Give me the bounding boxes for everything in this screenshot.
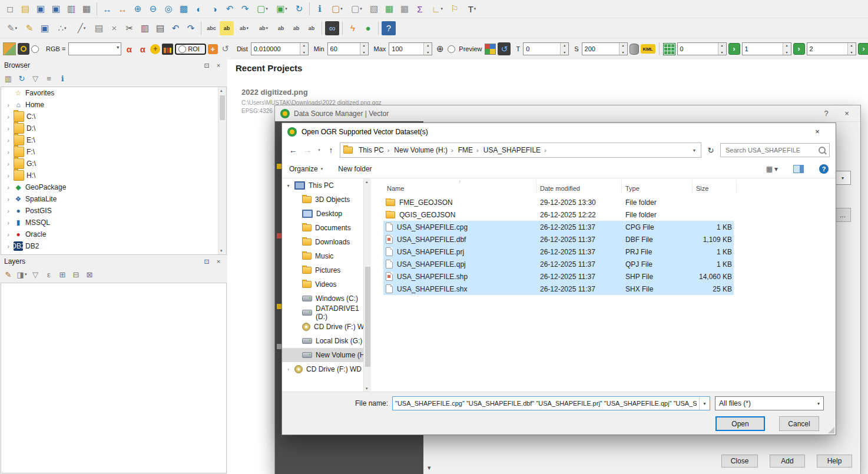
- add-roi-icon[interactable]: +: [208, 44, 218, 54]
- vertex-tool-icon[interactable]: ╱: [72, 21, 91, 35]
- expand-chevron-icon[interactable]: [5, 230, 11, 238]
- file-row[interactable]: USA_SHAPEFILE.qpj 26-12-2025 11:37 QPJ F…: [383, 258, 734, 270]
- spin-arrows-icon[interactable]: [619, 43, 627, 55]
- expand-chevron-icon[interactable]: [5, 148, 11, 156]
- new-map-view-icon[interactable]: ▢: [253, 2, 271, 16]
- alpha-circle-icon[interactable]: α: [137, 43, 148, 55]
- fd-titlebar[interactable]: Open OGR Supported Vector Dataset(s) ×: [282, 123, 836, 140]
- recent-locations-chevron-icon[interactable]: ▾: [316, 148, 322, 153]
- select-by-value-icon[interactable]: ▧: [367, 2, 381, 16]
- kml-badge-icon[interactable]: KML: [641, 44, 655, 54]
- roi-radio[interactable]: [178, 45, 186, 53]
- measure-icon[interactable]: ∟: [428, 2, 446, 16]
- globe-plugin-icon[interactable]: ●: [361, 21, 375, 35]
- collapse-all-layers-icon[interactable]: ⊟: [70, 269, 82, 280]
- band-combo[interactable]: [68, 42, 121, 55]
- expand-chevron-icon[interactable]: [5, 136, 11, 144]
- expand-chevron-icon[interactable]: [5, 183, 11, 191]
- zoom-last-icon[interactable]: ↶: [223, 2, 237, 16]
- spin-arrows-icon[interactable]: [718, 43, 726, 55]
- current-edits-icon[interactable]: ✎: [3, 21, 21, 35]
- open-project-icon[interactable]: ▤: [18, 2, 32, 16]
- t-spinbox[interactable]: 0: [523, 42, 569, 55]
- cut-features-icon[interactable]: ✂: [122, 21, 137, 35]
- browser-tree-item[interactable]: ⌂ Home: [1, 99, 226, 111]
- help-icon[interactable]: ?: [819, 164, 829, 174]
- remove-layer-icon[interactable]: ⊠: [84, 269, 95, 280]
- dsm-titlebar[interactable]: Data Source Manager | Vector ? ×: [275, 105, 860, 122]
- raster-calculator-icon[interactable]: [3, 42, 16, 55]
- browser-tree-item[interactable]: ● Oracle: [1, 228, 226, 240]
- breadcrumb-segment[interactable]: FME: [457, 146, 482, 154]
- scrollbar-thumb[interactable]: [220, 95, 225, 120]
- change-view-button[interactable]: ▦ ▾: [766, 165, 778, 173]
- scrollbar-thumb[interactable]: [365, 267, 370, 367]
- file-row[interactable]: USA_SHAPEFILE.prj 26-12-2025 11:37 PRJ F…: [383, 246, 734, 258]
- file-row[interactable]: USA_SHAPEFILE.shx 26-12-2025 11:37 SHX F…: [383, 283, 734, 295]
- modify-attributes-icon[interactable]: ▤: [92, 21, 106, 35]
- browser-tree-item[interactable]: E:\: [1, 134, 226, 146]
- save-project-icon[interactable]: ▣: [34, 2, 48, 16]
- file-row[interactable]: USA_SHAPEFILE.cpg 26-12-2025 11:37 CPG F…: [383, 221, 734, 233]
- zoom-to-selection-icon[interactable]: ◐: [192, 2, 206, 16]
- expand-chevron-icon[interactable]: [5, 207, 11, 215]
- expand-chevron-icon[interactable]: [5, 195, 11, 203]
- rgb-radio[interactable]: [31, 45, 39, 53]
- new-folder-button[interactable]: New folder: [338, 165, 372, 173]
- expand-chevron-icon[interactable]: [5, 124, 11, 132]
- up-button[interactable]: ↑: [326, 145, 336, 155]
- browser-tree-item[interactable]: D:\: [1, 122, 226, 134]
- refresh-icon[interactable]: ↻: [705, 146, 717, 155]
- zoom-full-icon[interactable]: ▩: [177, 2, 191, 16]
- sidebar-location-item[interactable]: Downloads: [282, 235, 371, 249]
- browser-tree-item[interactable]: C:\: [1, 111, 226, 122]
- s-spinbox[interactable]: 200: [582, 42, 628, 55]
- band-2-spinbox[interactable]: 1: [742, 42, 791, 55]
- max-spinbox[interactable]: 100: [389, 42, 432, 55]
- crosshair-icon[interactable]: ⊕: [434, 43, 446, 55]
- new-print-layout-icon[interactable]: ▥: [64, 2, 78, 16]
- band-1-spinbox[interactable]: 0: [677, 42, 727, 55]
- copy-features-icon[interactable]: ▥: [138, 21, 152, 35]
- open-attribute-table-icon[interactable]: ▦: [382, 2, 396, 16]
- lightning-icon[interactable]: ϟ: [346, 21, 360, 35]
- delete-selected-icon[interactable]: ×: [107, 21, 121, 35]
- address-bar[interactable]: This PCNew Volume (H:)FMEUSA_SHAPEFILE ▾: [340, 142, 701, 158]
- expand-chevron-icon[interactable]: [5, 218, 11, 227]
- browser-tree-item[interactable]: ▮ MSSQL: [1, 217, 226, 228]
- text-annotation-icon[interactable]: T: [463, 2, 481, 16]
- sidebar-location-item[interactable]: DATADRIVE1 (D:): [282, 306, 371, 320]
- digitize-icon[interactable]: ∴: [53, 21, 71, 35]
- field-calculator-icon[interactable]: ▦: [397, 2, 412, 16]
- pan-map-icon[interactable]: ↔: [100, 2, 114, 16]
- collapse-all-icon[interactable]: ≡: [43, 72, 55, 84]
- open-layer-styling-icon[interactable]: ✎: [2, 269, 14, 280]
- spin-arrows-icon[interactable]: [360, 43, 368, 55]
- band-3-spinbox[interactable]: 2: [807, 42, 856, 55]
- expand-chevron-icon[interactable]: [5, 171, 11, 180]
- sidebar-location-item[interactable]: Windows (C:): [282, 291, 371, 306]
- zoom-to-layer-icon[interactable]: ◑: [207, 2, 221, 16]
- binoculars-icon[interactable]: ∞: [325, 21, 339, 35]
- save-layer-edits-icon[interactable]: ▣: [38, 21, 52, 35]
- alpha-icon[interactable]: α: [123, 43, 135, 55]
- next-band-1-button[interactable]: ›: [728, 43, 740, 55]
- file-row[interactable]: FME_GEOJSON 29-12-2025 13:30 File folder: [383, 196, 734, 208]
- file-row[interactable]: USA_SHAPEFILE.shp 26-12-2025 11:37 SHP F…: [383, 270, 734, 283]
- close-panel-icon[interactable]: ×: [214, 257, 223, 266]
- expand-chevron-icon[interactable]: [5, 112, 11, 121]
- fd-close-button[interactable]: ×: [804, 123, 830, 140]
- sidebar-chevron-icon[interactable]: ▾: [286, 183, 291, 188]
- file-name-input[interactable]: [393, 400, 699, 407]
- search-input[interactable]: [724, 146, 819, 154]
- cancel-button[interactable]: Cancel: [779, 416, 819, 431]
- sidebar-location-item[interactable]: 3D Objects: [282, 193, 371, 207]
- browser-tree-item[interactable]: ☆ Favorites: [1, 87, 226, 99]
- column-header-name[interactable]: Name ↑: [383, 180, 536, 194]
- resize-grip[interactable]: [828, 427, 834, 433]
- column-header-date-modified[interactable]: Date modified: [536, 180, 622, 194]
- sidebar-location-item[interactable]: Videos: [282, 277, 371, 291]
- filter-legend-icon[interactable]: ▽: [29, 269, 41, 280]
- multicolor-flag-icon[interactable]: [485, 44, 496, 55]
- browser-tree-item[interactable]: H:\: [1, 170, 226, 181]
